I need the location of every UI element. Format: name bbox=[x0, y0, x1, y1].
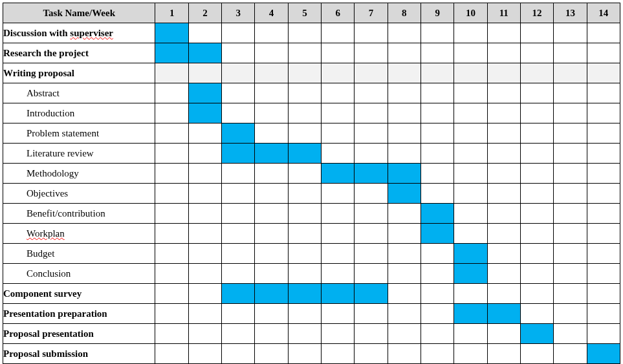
gantt-cell bbox=[454, 43, 487, 63]
task-name-cell: Conclusion bbox=[3, 264, 155, 284]
gantt-cell bbox=[188, 344, 221, 364]
gantt-cell bbox=[421, 264, 454, 284]
gantt-cell bbox=[188, 103, 221, 123]
gantt-header-row: Task Name/Week 1234567891011121314 bbox=[3, 3, 620, 23]
task-name-cell: Abstract bbox=[3, 83, 155, 103]
gantt-cell bbox=[520, 43, 553, 63]
gantt-cell bbox=[355, 324, 388, 344]
task-name-cell: Introduction bbox=[3, 103, 155, 123]
gantt-cell bbox=[288, 23, 321, 43]
gantt-cell bbox=[421, 324, 454, 344]
gantt-cell bbox=[487, 264, 520, 284]
gantt-cell bbox=[421, 83, 454, 103]
gantt-cell bbox=[255, 144, 288, 164]
gantt-cell bbox=[222, 304, 255, 324]
gantt-cell bbox=[155, 224, 188, 244]
gantt-cell bbox=[388, 43, 421, 63]
gantt-cell bbox=[520, 144, 553, 164]
gantt-cell bbox=[155, 123, 188, 144]
gantt-cell bbox=[188, 83, 221, 103]
gantt-cell bbox=[322, 144, 355, 164]
gantt-cell bbox=[454, 63, 487, 83]
gantt-cell bbox=[454, 204, 487, 224]
gantt-cell bbox=[188, 164, 221, 184]
gantt-cell bbox=[222, 344, 255, 364]
gantt-cell bbox=[554, 123, 587, 144]
gantt-cell bbox=[454, 344, 487, 364]
gantt-cell bbox=[421, 224, 454, 244]
gantt-cell bbox=[255, 184, 288, 204]
gantt-cell bbox=[188, 184, 221, 204]
gantt-cell bbox=[322, 224, 355, 244]
gantt-body: Discussion with superviserResearch the p… bbox=[3, 23, 620, 364]
gantt-cell bbox=[255, 304, 288, 324]
gantt-cell bbox=[222, 204, 255, 224]
header-week-11: 11 bbox=[487, 3, 520, 23]
gantt-cell bbox=[587, 304, 620, 324]
gantt-cell bbox=[554, 43, 587, 63]
gantt-cell bbox=[587, 224, 620, 244]
gantt-cell bbox=[554, 264, 587, 284]
gantt-cell bbox=[222, 63, 255, 83]
gantt-cell bbox=[487, 23, 520, 43]
task-name-cell: Benefit/contribution bbox=[3, 204, 155, 224]
header-task-label: Task Name/Week bbox=[3, 3, 155, 23]
gantt-cell bbox=[255, 123, 288, 144]
task-name-cell: Methodology bbox=[3, 164, 155, 184]
gantt-cell bbox=[554, 224, 587, 244]
gantt-cell bbox=[388, 103, 421, 123]
gantt-cell bbox=[255, 43, 288, 63]
gantt-cell bbox=[322, 83, 355, 103]
gantt-cell bbox=[255, 264, 288, 284]
gantt-cell bbox=[188, 304, 221, 324]
gantt-cell bbox=[421, 103, 454, 123]
gantt-cell bbox=[520, 103, 553, 123]
gantt-cell bbox=[454, 304, 487, 324]
gantt-cell bbox=[255, 324, 288, 344]
gantt-cell bbox=[322, 344, 355, 364]
gantt-cell bbox=[587, 23, 620, 43]
gantt-cell bbox=[188, 63, 221, 83]
gantt-cell bbox=[322, 244, 355, 264]
gantt-cell bbox=[255, 63, 288, 83]
gantt-cell bbox=[155, 244, 188, 264]
gantt-cell bbox=[554, 184, 587, 204]
gantt-cell bbox=[554, 144, 587, 164]
gantt-cell bbox=[554, 344, 587, 364]
gantt-cell bbox=[322, 184, 355, 204]
gantt-cell bbox=[288, 103, 321, 123]
gantt-cell bbox=[322, 63, 355, 83]
task-name-cell: Component survey bbox=[3, 284, 155, 304]
gantt-cell bbox=[188, 144, 221, 164]
task-name-cell: Problem statement bbox=[3, 123, 155, 144]
gantt-cell bbox=[554, 324, 587, 344]
gantt-cell bbox=[487, 224, 520, 244]
header-week-7: 7 bbox=[355, 3, 388, 23]
gantt-cell bbox=[421, 244, 454, 264]
task-name-cell: Proposal presentation bbox=[3, 324, 155, 344]
task-name-cell: Research the project bbox=[3, 43, 155, 63]
gantt-cell bbox=[487, 123, 520, 144]
gantt-cell bbox=[288, 144, 321, 164]
task-name-cell: Objectives bbox=[3, 184, 155, 204]
gantt-cell bbox=[520, 164, 553, 184]
gantt-cell bbox=[322, 123, 355, 144]
gantt-cell bbox=[454, 244, 487, 264]
task-name-cell: Budget bbox=[3, 244, 155, 264]
gantt-cell bbox=[388, 264, 421, 284]
gantt-cell bbox=[421, 23, 454, 43]
gantt-cell bbox=[155, 344, 188, 364]
gantt-cell bbox=[587, 164, 620, 184]
gantt-cell bbox=[288, 123, 321, 144]
gantt-cell bbox=[487, 184, 520, 204]
table-row: Writing proposal bbox=[3, 63, 620, 83]
gantt-cell bbox=[288, 43, 321, 63]
gantt-cell bbox=[355, 164, 388, 184]
gantt-cell bbox=[155, 164, 188, 184]
gantt-cell bbox=[421, 123, 454, 144]
gantt-cell bbox=[554, 103, 587, 123]
header-week-4: 4 bbox=[255, 3, 288, 23]
header-week-5: 5 bbox=[288, 3, 321, 23]
gantt-cell bbox=[587, 63, 620, 83]
table-row: Workplan bbox=[3, 224, 620, 244]
